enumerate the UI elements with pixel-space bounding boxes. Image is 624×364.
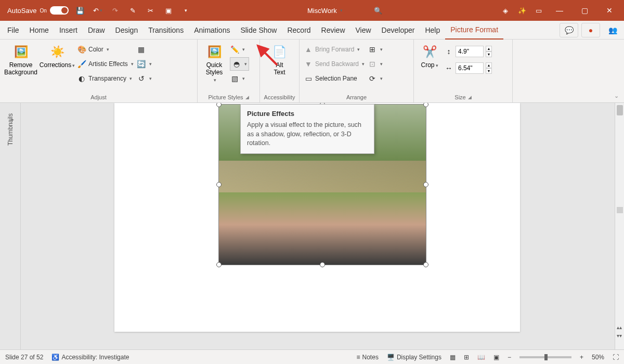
vertical-scrollbar[interactable]: ▴▴ ▾▾	[615, 103, 624, 349]
crop-button[interactable]: ✂️ Crop▾	[418, 42, 441, 69]
zoom-out-button[interactable]: −	[508, 354, 511, 361]
collapse-ribbon-icon[interactable]: ⌄	[614, 93, 619, 99]
tab-help[interactable]: Help	[420, 21, 445, 40]
undo-icon[interactable]: ↶▾	[92, 4, 104, 17]
change-picture-icon: 🔄	[137, 59, 146, 69]
qat-tool2-icon[interactable]: ✂	[145, 4, 157, 17]
color-button[interactable]: 🎨Color▾	[77, 43, 134, 56]
autosave-toggle[interactable]: AutoSave On	[7, 6, 69, 15]
height-spinner[interactable]: ↕ ▲▼	[444, 46, 492, 57]
magic-icon[interactable]: ✨	[516, 4, 528, 17]
share-button[interactable]: 👥	[603, 23, 622, 37]
bring-forward-icon: ▲	[304, 45, 313, 54]
artistic-effects-button[interactable]: 🖌️Artistic Effects▾	[77, 57, 134, 71]
document-title[interactable]: MiscWork▾	[307, 7, 343, 15]
artistic-icon: 🖌️	[77, 59, 86, 69]
tab-review[interactable]: Review	[316, 21, 350, 40]
tooltip-title: Picture Effects	[247, 110, 368, 118]
save-icon[interactable]: 💾	[74, 4, 86, 17]
corrections-button[interactable]: ☀️ Corrections▾	[41, 42, 74, 69]
change-picture-button[interactable]: 🔄▾	[137, 57, 152, 71]
reset-picture-button[interactable]: ↺▾	[137, 72, 152, 85]
qat-overflow-icon[interactable]: ▾	[180, 4, 192, 17]
slideshow-view-button[interactable]: ▣	[493, 354, 499, 361]
selection-pane-button[interactable]: ▭Selection Pane	[304, 72, 365, 85]
tab-animations[interactable]: Animations	[189, 21, 235, 40]
alt-text-button[interactable]: 📄 Alt Text	[264, 42, 295, 76]
slide-canvas[interactable]: Picture Effects Apply a visual effect to…	[21, 103, 624, 349]
resize-handle-s[interactable]	[320, 262, 325, 267]
present-icon[interactable]: ▣	[162, 4, 175, 17]
tab-picture-format[interactable]: Picture Format	[445, 21, 503, 40]
picture-layout-button[interactable]: ▧▾	[230, 72, 249, 85]
resize-handle-ne[interactable]	[423, 103, 428, 107]
align-button[interactable]: ⊞▾	[368, 43, 383, 56]
picture-border-button[interactable]: ✏️▾	[230, 43, 249, 56]
resize-handle-e[interactable]	[423, 182, 428, 187]
maximize-button[interactable]: ▢	[574, 0, 595, 21]
search-icon[interactable]: 🔍	[374, 7, 384, 15]
zoom-knob[interactable]	[544, 354, 548, 360]
remove-background-button[interactable]: 🖼️ Remove Background	[4, 42, 37, 76]
tab-draw[interactable]: Draw	[83, 21, 110, 40]
next-slide-icon[interactable]: ▾▾	[616, 333, 623, 340]
tab-slide-show[interactable]: Slide Show	[235, 21, 282, 40]
zoom-slider[interactable]	[519, 356, 571, 358]
width-up[interactable]: ▲	[486, 62, 492, 68]
resize-handle-se[interactable]	[423, 262, 428, 267]
redo-icon[interactable]: ↷	[109, 4, 122, 17]
zoom-in-button[interactable]: +	[580, 354, 583, 361]
record-button[interactable]: ●	[581, 23, 600, 37]
qat-tool1-icon[interactable]: ✎	[127, 4, 139, 17]
normal-view-button[interactable]: ▦	[450, 354, 456, 361]
thumbnails-panel[interactable]: ▸ Thumbnails	[0, 103, 21, 349]
display-settings-button[interactable]: 🖥️Display Settings	[387, 354, 441, 361]
bring-forward-button[interactable]: ▲Bring Forward▾	[304, 43, 365, 56]
width-down[interactable]: ▼	[486, 68, 492, 74]
tab-record[interactable]: Record	[282, 21, 316, 40]
tab-design[interactable]: Design	[110, 21, 144, 40]
resize-handle-nw[interactable]	[216, 103, 222, 107]
reading-view-button[interactable]: 📖	[477, 354, 485, 361]
resize-handle-sw[interactable]	[216, 262, 222, 267]
rotate-button[interactable]: ⟳▾	[368, 72, 383, 85]
picture-styles-launcher[interactable]: ◢	[245, 95, 249, 100]
tab-home[interactable]: Home	[24, 21, 54, 40]
prev-slide-icon[interactable]: ▴▴	[616, 324, 623, 332]
resize-handle-w[interactable]	[216, 182, 222, 187]
picture-effects-button[interactable]: ◓▾	[230, 57, 249, 71]
zoom-level[interactable]: 50%	[592, 354, 604, 361]
height-up[interactable]: ▲	[486, 46, 492, 51]
transparency-button[interactable]: ◐Transparency▾	[77, 72, 134, 85]
size-launcher[interactable]: ◢	[468, 95, 472, 100]
close-button[interactable]: ✕	[599, 0, 620, 21]
minimize-button[interactable]: —	[549, 0, 570, 21]
width-spinner[interactable]: ↔ ▲▼	[444, 62, 492, 74]
tab-insert[interactable]: Insert	[54, 21, 83, 40]
height-down[interactable]: ▼	[486, 51, 492, 57]
window-mode-icon[interactable]: ▭	[532, 4, 545, 17]
tab-developer[interactable]: Developer	[376, 21, 420, 40]
send-backward-button[interactable]: ▼Send Backward▾	[304, 57, 365, 71]
quick-styles-button[interactable]: 🖼️ Quick Styles▾	[202, 42, 227, 83]
comments-button[interactable]: 💬	[560, 23, 578, 37]
send-backward-icon: ▼	[304, 59, 313, 69]
slide-counter[interactable]: Slide 27 of 52	[5, 354, 43, 361]
width-input[interactable]	[456, 62, 484, 74]
diamond-icon[interactable]: ◈	[499, 4, 512, 17]
tab-file[interactable]: File	[2, 21, 24, 40]
notes-button[interactable]: ≡Notes	[357, 354, 379, 361]
fit-to-window-button[interactable]: ⛶	[613, 354, 619, 361]
thumbnails-label: Thumbnails	[7, 113, 14, 146]
accessibility-status[interactable]: ♿ Accessibility: Investigate	[51, 354, 129, 361]
group-button[interactable]: ⊡▾	[368, 57, 383, 71]
accessibility-icon: ♿	[51, 354, 59, 361]
toggle-switch-icon[interactable]	[50, 6, 69, 15]
sorter-view-button[interactable]: ⊞	[464, 354, 469, 361]
height-input[interactable]	[456, 46, 484, 57]
compress-button[interactable]: ▦	[137, 43, 152, 56]
tab-transitions[interactable]: Transitions	[143, 21, 189, 40]
scrollbar-thumb[interactable]	[617, 105, 623, 115]
tab-view[interactable]: View	[350, 21, 376, 40]
autosave-label: AutoSave	[7, 7, 36, 15]
